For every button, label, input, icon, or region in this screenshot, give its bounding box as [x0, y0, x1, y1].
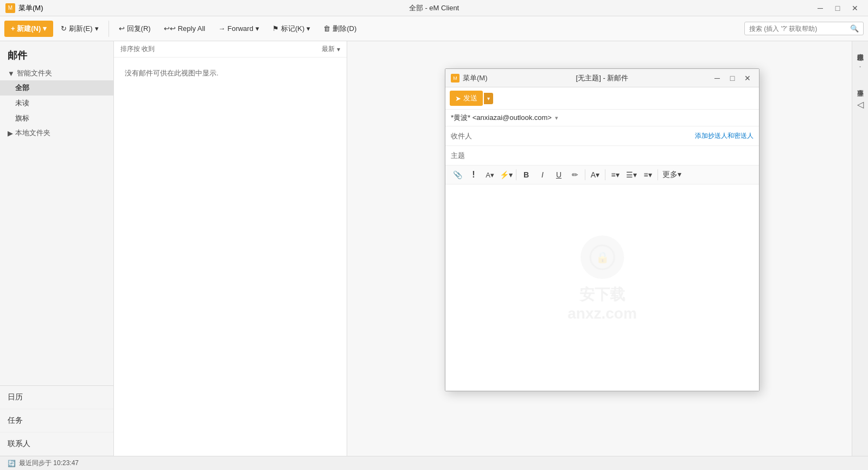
contacts-detail-label[interactable]: 联系人详细信息 — [856, 47, 865, 51]
sidebar-item-flagged-label: 旗标 — [15, 114, 29, 122]
refresh-label: 刷新(E) — [69, 24, 92, 34]
flag-dropdown-arrow[interactable]: ▾ — [307, 24, 310, 33]
font-size-button[interactable]: A▾ — [588, 168, 603, 182]
watermark: 🔒 安下载anxz.com — [567, 236, 637, 322]
delete-label: 删除(D) — [333, 24, 356, 34]
to-input[interactable] — [473, 132, 695, 140]
italic-button[interactable]: I — [535, 168, 550, 182]
flag-icon: ⚑ — [272, 24, 279, 33]
underline-button[interactable]: U — [551, 168, 566, 182]
sort-order[interactable]: 最新 ▾ — [322, 45, 340, 54]
send-dropdown-button[interactable]: ▾ — [484, 93, 493, 104]
attach-button[interactable]: 📎 — [450, 168, 465, 182]
sidebar-smart-folder-group[interactable]: ▼ 智能文件夹 — [0, 66, 113, 80]
new-button[interactable]: + 新建(N) ▾ — [4, 21, 53, 37]
sidebar-local-folder-group[interactable]: ▶ 本地文件夹 — [0, 126, 113, 140]
forward-dropdown-arrow[interactable]: ▾ — [256, 24, 259, 33]
compose-dialog: M 菜单(M) [无主题] - 新邮件 ─ □ ✕ ➤ 发送 ▾ — [445, 68, 760, 391]
refresh-icon: ↻ — [61, 24, 67, 33]
smart-folder-arrow-icon: ▼ — [8, 69, 15, 78]
watermark-icon: 🔒 — [580, 236, 624, 279]
list-style-button[interactable]: ☰▾ — [624, 168, 639, 182]
reply-button[interactable]: ↩ 回复(R) — [113, 21, 156, 36]
close-button[interactable]: ✕ — [847, 2, 863, 15]
format-sep-1 — [516, 169, 516, 180]
content-panel: M 菜单(M) [无主题] - 新邮件 ─ □ ✕ ➤ 发送 ▾ — [347, 41, 852, 456]
cc-bcc-link[interactable]: 添加抄送人和密送人 — [695, 131, 754, 141]
new-button-label: + 新建(N) — [11, 24, 41, 34]
local-folder-label: 本地文件夹 — [15, 128, 50, 138]
refresh-dropdown-arrow[interactable]: ▾ — [95, 24, 99, 33]
svg-point-0 — [590, 245, 614, 269]
app-menu-label[interactable]: 菜单(M) — [18, 3, 43, 13]
priority-button[interactable]: ! — [466, 168, 481, 182]
send-button[interactable]: ➤ 发送 — [450, 91, 483, 106]
minimize-button[interactable]: ─ — [813, 2, 828, 15]
smart-folder-label: 智能文件夹 — [17, 68, 52, 78]
bold-button[interactable]: B — [519, 168, 534, 182]
toolbar-separator-1 — [108, 21, 109, 37]
compose-body[interactable]: 🔒 安下载anxz.com — [445, 185, 759, 391]
compose-title-bar: M 菜单(M) [无主题] - 新邮件 ─ □ ✕ — [445, 69, 759, 87]
search-box[interactable]: 🔍 — [744, 22, 864, 35]
delete-icon: 🗑 — [323, 24, 330, 33]
window-title: 全部 - eM Client — [409, 3, 459, 13]
to-field: 收件人 添加抄送人和密送人 — [445, 126, 759, 146]
sync-icon: 🔄 — [8, 460, 16, 467]
email-empty-message: 没有邮件可供在此视图中显示. — [114, 58, 347, 89]
format-sep-2 — [585, 169, 585, 180]
format-sep-3 — [605, 169, 605, 180]
refresh-button[interactable]: ↻ 刷新(E) ▾ — [55, 21, 104, 36]
sort-label[interactable]: 排序按 收到 — [120, 45, 155, 54]
compose-window-title: [无主题] - 新邮件 — [576, 73, 629, 83]
flag-button[interactable]: ⚑ 标记(K) ▾ — [267, 21, 316, 36]
maximize-button[interactable]: □ — [830, 2, 845, 15]
compose-maximize-button[interactable]: □ — [725, 72, 739, 84]
more-button[interactable]: 更多▾ — [660, 168, 684, 182]
list-button[interactable]: ≡▾ — [608, 168, 623, 182]
app-icon: M — [5, 3, 15, 13]
sidebar-item-all-label: 全部 — [15, 84, 29, 92]
right-panel-collapse-button[interactable]: ◁ — [854, 98, 867, 111]
insert-button[interactable]: ⚡▾ — [499, 168, 514, 182]
subject-label: 主题 — [451, 151, 473, 161]
forward-icon: → — [218, 24, 225, 33]
delete-button[interactable]: 🗑 删除(D) — [318, 21, 362, 36]
compose-minimize-button[interactable]: ─ — [710, 72, 724, 84]
email-list-header: 排序按 收到 最新 ▾ — [114, 41, 347, 58]
local-folder-arrow-icon: ▶ — [8, 129, 13, 137]
calendar-label: 日历 — [8, 392, 23, 401]
from-dropdown-icon[interactable]: ▾ — [555, 115, 558, 122]
search-input[interactable] — [749, 25, 847, 33]
strikethrough-button[interactable]: ✏ — [567, 168, 583, 182]
search-icon[interactable]: 🔍 — [850, 24, 859, 33]
compose-menu-label[interactable]: 菜单(M) — [463, 73, 488, 83]
reply-label: 回复(R) — [127, 24, 151, 34]
forward-label: Forward — [227, 24, 253, 33]
main-layout: 邮件 ▼ 智能文件夹 全部 未读 旗标 ▶ 本地文件夹 日历 任务 联系人 — [0, 41, 868, 456]
compose-close-button[interactable]: ✕ — [741, 72, 755, 84]
subject-input[interactable] — [473, 151, 754, 160]
compose-app-icon: M — [451, 74, 459, 82]
to-label: 收件人 — [451, 131, 473, 141]
sidebar-nav-tasks[interactable]: 任务 — [0, 409, 113, 433]
main-toolbar: + 新建(N) ▾ ↻ 刷新(E) ▾ ↩ 回复(R) ↩↩ Reply All… — [0, 16, 868, 41]
sidebar-nav-contacts[interactable]: 联系人 — [0, 433, 113, 456]
title-bar-left: M 菜单(M) — [5, 3, 43, 13]
align-button[interactable]: ≡▾ — [640, 168, 655, 182]
send-arrow-icon: ➤ — [455, 94, 461, 103]
sidebar-nav-calendar[interactable]: 日历 — [0, 386, 113, 409]
calendar-tasks-label[interactable]: 应办事项 — [856, 82, 865, 87]
email-list-panel: 排序按 收到 最新 ▾ 没有邮件可供在此视图中显示. — [114, 41, 347, 456]
sidebar-item-all[interactable]: 全部 — [0, 80, 113, 96]
subject-field: 主题 — [445, 146, 759, 166]
font-color-button[interactable]: A▾ — [482, 168, 497, 182]
sidebar-item-flagged[interactable]: 旗标 — [0, 111, 113, 126]
new-dropdown-arrow[interactable]: ▾ — [43, 24, 47, 33]
compose-title-controls: ─ □ ✕ — [710, 72, 755, 84]
forward-button[interactable]: → Forward ▾ — [213, 22, 265, 35]
tasks-label: 任务 — [8, 416, 23, 424]
reply-all-button[interactable]: ↩↩ Reply All — [158, 22, 211, 35]
sort-dropdown-icon[interactable]: ▾ — [337, 46, 340, 53]
sidebar-item-unread[interactable]: 未读 — [0, 96, 113, 111]
